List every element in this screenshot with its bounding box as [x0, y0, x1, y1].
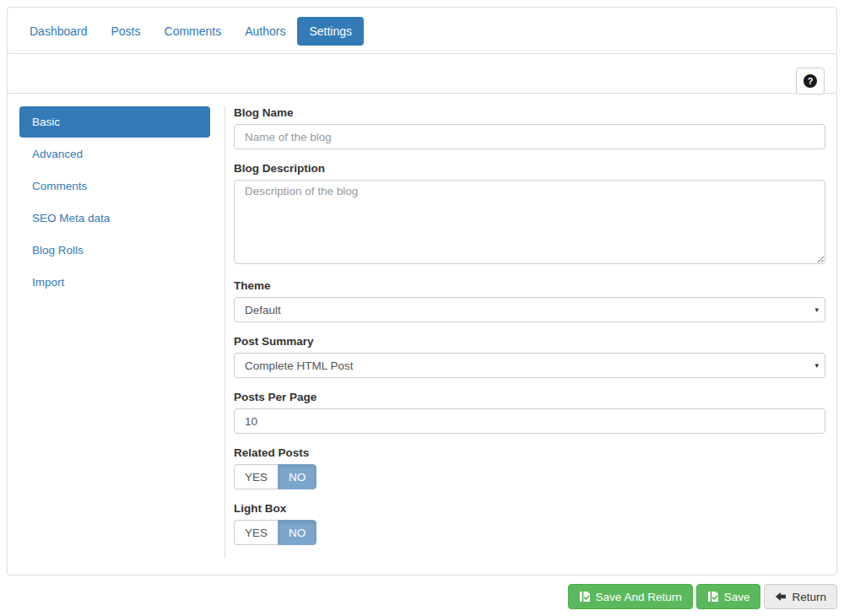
theme-group: Theme Default ▾: [234, 279, 825, 322]
help-button[interactable]: ?: [796, 68, 825, 95]
sidebar-item-comments[interactable]: Comments: [19, 170, 210, 202]
light-box-label: Light Box: [234, 502, 825, 515]
blog-description-textarea[interactable]: [234, 180, 825, 264]
theme-selected-value: Default: [245, 304, 281, 316]
theme-select[interactable]: Default ▾: [234, 297, 825, 322]
posts-per-page-group: Posts Per Page: [234, 391, 825, 434]
save-label: Save: [724, 591, 750, 603]
post-summary-select[interactable]: Complete HTML Post ▾: [234, 353, 825, 378]
settings-content: Basic Advanced Comments SEO Meta data Bl…: [8, 94, 836, 575]
sidebar-item-basic[interactable]: Basic: [19, 106, 210, 138]
save-button[interactable]: Save: [696, 584, 761, 609]
save-and-return-button[interactable]: Save And Return: [568, 584, 693, 609]
question-icon: ?: [803, 74, 817, 88]
save-and-return-label: Save And Return: [596, 591, 682, 603]
blog-name-group: Blog Name: [234, 106, 825, 149]
post-summary-group: Post Summary Complete HTML Post ▾: [234, 335, 825, 378]
related-posts-group: Related Posts YES NO: [234, 446, 825, 489]
light-box-yes-button[interactable]: YES: [234, 520, 278, 545]
nav-tab-comments[interactable]: Comments: [153, 17, 234, 46]
post-summary-selected-value: Complete HTML Post: [245, 359, 354, 372]
settings-sidebar: Basic Advanced Comments SEO Meta data Bl…: [19, 106, 225, 558]
select-caret-icon: ▾: [814, 361, 819, 370]
sidebar-item-seo-meta-data[interactable]: SEO Meta data: [19, 203, 210, 234]
settings-panel: Dashboard Posts Comments Authors Setting…: [7, 7, 837, 575]
sidebar-item-import[interactable]: Import: [19, 267, 210, 298]
nav-tab-authors[interactable]: Authors: [233, 17, 297, 46]
blog-name-label: Blog Name: [234, 106, 825, 119]
top-nav: Dashboard Posts Comments Authors Setting…: [8, 8, 836, 54]
blog-name-input[interactable]: [234, 124, 825, 149]
light-box-group: Light Box YES NO: [234, 502, 825, 545]
posts-per-page-input[interactable]: [234, 408, 825, 434]
sidebar-item-advanced[interactable]: Advanced: [19, 138, 210, 170]
save-icon: [579, 591, 591, 602]
arrow-left-icon: [775, 592, 787, 602]
theme-label: Theme: [234, 279, 825, 292]
footer-actions: Save And Return Save Return: [7, 584, 837, 609]
posts-per-page-label: Posts Per Page: [234, 391, 825, 403]
select-caret-icon: ▾: [814, 305, 819, 314]
nav-tab-settings[interactable]: Settings: [297, 17, 364, 46]
return-label: Return: [792, 591, 826, 603]
sidebar-item-blog-rolls[interactable]: Blog Rolls: [19, 235, 210, 266]
related-posts-label: Related Posts: [234, 446, 825, 459]
toolbar-row: ?: [8, 54, 836, 94]
related-posts-yes-button[interactable]: YES: [234, 464, 278, 489]
post-summary-label: Post Summary: [234, 335, 825, 348]
light-box-no-button[interactable]: NO: [278, 520, 316, 545]
blog-description-label: Blog Description: [234, 162, 825, 175]
related-posts-toggle: YES NO: [234, 464, 316, 489]
basic-settings-form: Blog Name Blog Description Theme Default…: [225, 106, 825, 558]
related-posts-no-button[interactable]: NO: [278, 464, 316, 489]
light-box-toggle: YES NO: [234, 520, 316, 545]
blog-description-group: Blog Description: [234, 162, 825, 267]
nav-tab-posts[interactable]: Posts: [100, 17, 153, 46]
save-icon: [707, 591, 719, 602]
return-button[interactable]: Return: [764, 584, 837, 609]
nav-tab-dashboard[interactable]: Dashboard: [18, 17, 100, 46]
